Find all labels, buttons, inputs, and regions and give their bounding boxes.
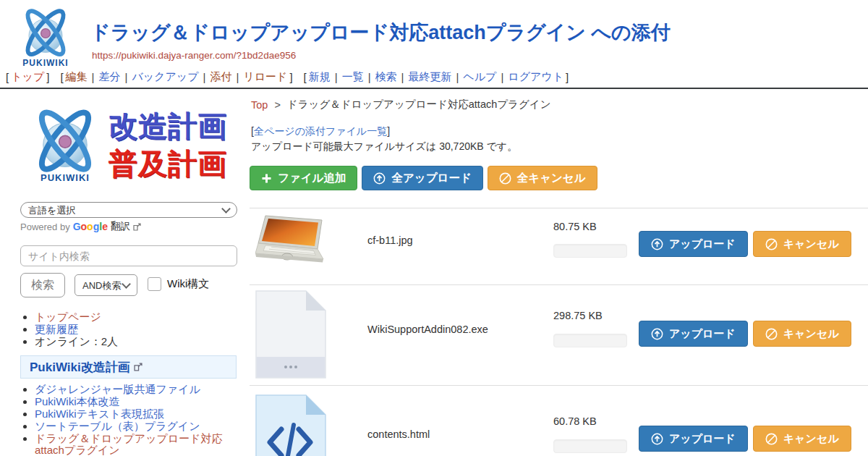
nav-item-help[interactable]: ヘルプ [463, 70, 496, 84]
list-item: ドラッグ＆ドロップアップロード対応attachプラグイン [35, 433, 234, 456]
sidebar-item-dragdrop-attach-plugin[interactable]: ドラッグ＆ドロップアップロード対応attachプラグイン [35, 432, 223, 456]
sidebar-item-top-page[interactable]: トップページ [35, 311, 101, 323]
list-item: ソートテーブル（表）プラグイン [35, 421, 234, 432]
file-name: contents.html [367, 428, 430, 440]
pukiwiki-logo-text: PUKIWIKI [22, 172, 109, 183]
sidebar-item-common-files[interactable]: ダジャレンジャー版共通ファイル [35, 383, 200, 395]
wiki-syntax-checkbox[interactable] [148, 277, 161, 291]
upload-progress-bar [553, 244, 627, 258]
pukiwiki-attach-page: PUKIWIKI ドラッグ＆ドロップアップロード対応attachプラグイン への… [0, 0, 868, 456]
cancel-button[interactable]: キャンセル [753, 426, 851, 452]
online-users-count: オンライン：2人 [35, 335, 118, 347]
max-upload-size-text: アップロード可能最大ファイルサイズは 30,720KB です。 [251, 140, 517, 153]
translate-link[interactable]: 翻訳 [111, 220, 130, 233]
upload-all-button[interactable]: 全アップロード [362, 166, 482, 190]
nav-item-attach[interactable]: 添付 [210, 70, 231, 84]
file-row: cf-b11.jpg 80.75 KB アップロード キャンセル [250, 208, 868, 284]
bracket: ] [289, 71, 292, 83]
upload-toolbar: ファイル追加 全アップロード 全キャンセル [250, 166, 597, 190]
sidebar-logo[interactable]: PUKIWIKI [22, 103, 109, 186]
pipe-separator: | [236, 71, 239, 83]
breadcrumb-home[interactable]: Top [251, 99, 268, 111]
upload-circle-icon [651, 238, 663, 250]
language-select-wrapper: 言語を選択 [20, 202, 237, 218]
pipe-separator: | [124, 71, 127, 83]
nav-item-backup[interactable]: バックアップ [132, 70, 198, 84]
sidebar-logo-slogan: 改造計画 普及計画 [109, 107, 239, 182]
nav-item-recent[interactable]: 最終更新 [408, 70, 451, 84]
list-item: ダジャレンジャー版共通ファイル [35, 384, 234, 395]
external-link-icon [133, 223, 141, 231]
sidebar-item-core-mods[interactable]: PukiWiki本体改造 [35, 395, 120, 408]
search-button[interactable]: 検索 [20, 273, 65, 297]
nav-item-logout[interactable]: ログアウト [508, 70, 563, 84]
pukiwiki-logo-text: PUKIWIKI [13, 58, 78, 68]
sidebar-quick-list: トップページ 更新履歴 オンライン：2人 [23, 311, 234, 348]
sidebar-item-text-extension[interactable]: PukiWikiテキスト表現拡張 [35, 408, 164, 420]
external-link-icon [134, 363, 142, 371]
google-logo: Google [73, 221, 108, 232]
language-select[interactable]: 言語を選択 [20, 202, 237, 218]
nav-item-search[interactable]: 検索 [375, 70, 397, 84]
list-item: 更新履歴 [35, 324, 234, 335]
upload-circle-icon [651, 328, 663, 340]
nav-item-new[interactable]: 新規 [309, 70, 331, 84]
breadcrumb-separator: > [274, 99, 280, 111]
nav-item-edit[interactable]: 編集 [66, 70, 88, 84]
upload-label: アップロード [669, 237, 736, 251]
page-url[interactable]: https://pukiwiki.dajya-ranger.com/?1bd2d… [92, 50, 296, 61]
nav-group-home: [ トップ ] [6, 70, 49, 84]
upload-progress-bar [553, 439, 627, 453]
nav-divider [0, 88, 868, 89]
sidebar-item-update-history[interactable]: 更新履歴 [35, 323, 78, 335]
nav-item-top[interactable]: トップ [11, 70, 44, 84]
ban-icon [765, 433, 778, 445]
ban-icon [499, 172, 511, 185]
laptop-photo-thumbnail [255, 212, 333, 271]
sidebar-section-header: PukiWiki改造計画 [20, 355, 237, 379]
sidebar-item-sort-table-plugin[interactable]: ソートテーブル（表）プラグイン [35, 420, 200, 432]
add-files-button[interactable]: ファイル追加 [250, 166, 357, 190]
nav-item-diff[interactable]: 差分 [98, 70, 120, 84]
breadcrumb: Top > ドラッグ＆ドロップアップロード対応attachプラグイン [251, 98, 550, 111]
ban-icon [765, 238, 778, 250]
google-translate-attribution: Powered by Google 翻訳 [20, 220, 141, 233]
upload-circle-icon [373, 172, 386, 185]
nav-item-reload[interactable]: リロード [243, 70, 287, 84]
site-search-input[interactable] [20, 245, 237, 266]
nav-group-site-actions: [ 新規 | 一覧 | 検索 | 最終更新 | ヘルプ | ログアウト ] [304, 70, 569, 84]
cancel-all-button[interactable]: 全キャンセル [488, 166, 597, 190]
cancel-button[interactable]: キャンセル [753, 231, 851, 257]
pipe-separator: | [203, 71, 206, 83]
file-size: 60.78 KB [553, 415, 597, 427]
file-size: 80.75 KB [553, 221, 597, 232]
sidebar-section-title-link[interactable]: PukiWiki改造計画 [30, 359, 130, 376]
upload-label: アップロード [669, 432, 736, 446]
all-pages-attach-list-link[interactable]: 全ページの添付ファイル一覧 [254, 125, 387, 137]
list-item: トップページ [35, 311, 234, 323]
row-actions: アップロード キャンセル [639, 231, 851, 257]
file-name: cf-b11.jpg [367, 235, 413, 246]
cancel-button[interactable]: キャンセル [753, 321, 851, 347]
pipe-separator: | [335, 71, 338, 83]
add-files-label: ファイル追加 [278, 171, 346, 186]
list-item: PukiWikiテキスト表現拡張 [35, 408, 234, 420]
upload-button[interactable]: アップロード [639, 426, 748, 452]
pukiwiki-logo[interactable]: PUKIWIKI [13, 4, 78, 74]
row-actions: アップロード キャンセル [639, 426, 851, 452]
pipe-separator: | [401, 71, 404, 83]
html-code-file-icon [255, 394, 326, 456]
pipe-separator: | [92, 71, 95, 83]
sidebar-links-list: ダジャレンジャー版共通ファイル PukiWiki本体改造 PukiWikiテキス… [23, 384, 234, 456]
upload-button[interactable]: アップロード [639, 231, 748, 257]
search-mode-select[interactable]: AND検索 [75, 274, 137, 296]
pipe-separator: | [456, 71, 459, 83]
upload-circle-icon [651, 433, 663, 445]
nav-item-list[interactable]: 一覧 [342, 70, 364, 84]
atom-icon [13, 4, 78, 63]
generic-file-icon [255, 290, 326, 379]
file-size: 298.75 KB [553, 310, 603, 321]
wiki-syntax-label: Wiki構文 [167, 277, 209, 291]
upload-button[interactable]: アップロード [639, 321, 748, 347]
plus-icon [261, 173, 272, 184]
